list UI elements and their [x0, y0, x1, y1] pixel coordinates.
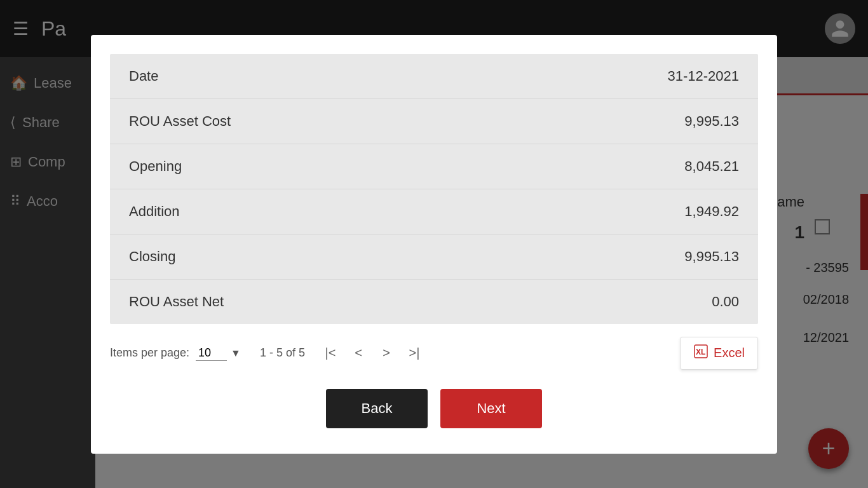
dropdown-arrow-icon: ▼ — [231, 348, 241, 359]
back-button[interactable]: Back — [326, 389, 428, 428]
row-value: 9,995.13 — [684, 113, 739, 130]
table-row: Date31-12-2021 — [110, 54, 758, 99]
excel-icon: XL — [693, 344, 709, 363]
row-value: 0.00 — [712, 294, 739, 310]
action-buttons: Back Next — [110, 376, 758, 435]
table-row: Addition1,949.92 — [110, 189, 758, 234]
items-per-page-dropdown: 10 25 50 ▼ — [196, 345, 241, 361]
svg-text:XL: XL — [696, 348, 705, 356]
table-row: Opening8,045.21 — [110, 144, 758, 189]
table-row: Closing9,995.13 — [110, 234, 758, 280]
row-label: Date — [129, 68, 158, 85]
prev-page-button[interactable]: < — [346, 341, 371, 366]
data-table: Date31-12-2021ROU Asset Cost9,995.13Open… — [110, 54, 758, 324]
first-page-button[interactable]: |< — [318, 341, 343, 366]
row-label: ROU Asset Net — [129, 294, 224, 310]
row-value: 8,045.21 — [684, 158, 739, 175]
excel-export-button[interactable]: XL Excel — [680, 337, 758, 370]
pagination-area: Items per page: 10 25 50 ▼ 1 - 5 of 5 |<… — [110, 324, 758, 376]
items-per-page-label: Items per page: — [110, 346, 189, 360]
row-value: 9,995.13 — [684, 248, 739, 265]
modal-overlay: Date31-12-2021ROU Asset Cost9,995.13Open… — [0, 0, 868, 488]
row-value: 31-12-2021 — [667, 68, 739, 85]
next-page-button[interactable]: > — [374, 341, 399, 366]
excel-label: Excel — [714, 346, 745, 360]
row-label: Closing — [129, 248, 175, 265]
page-range-info: 1 - 5 of 5 — [260, 346, 305, 360]
row-label: ROU Asset Cost — [129, 113, 231, 130]
table-row: ROU Asset Net0.00 — [110, 280, 758, 324]
page-nav-buttons: |< < > >| — [318, 341, 427, 366]
modal-dialog: Date31-12-2021ROU Asset Cost9,995.13Open… — [91, 35, 777, 454]
table-row: ROU Asset Cost9,995.13 — [110, 99, 758, 144]
items-per-page-select[interactable]: 10 25 50 — [196, 345, 227, 361]
next-button[interactable]: Next — [440, 389, 542, 428]
last-page-button[interactable]: >| — [402, 341, 427, 366]
row-value: 1,949.92 — [684, 203, 739, 220]
row-label: Addition — [129, 203, 180, 220]
row-label: Opening — [129, 158, 182, 175]
